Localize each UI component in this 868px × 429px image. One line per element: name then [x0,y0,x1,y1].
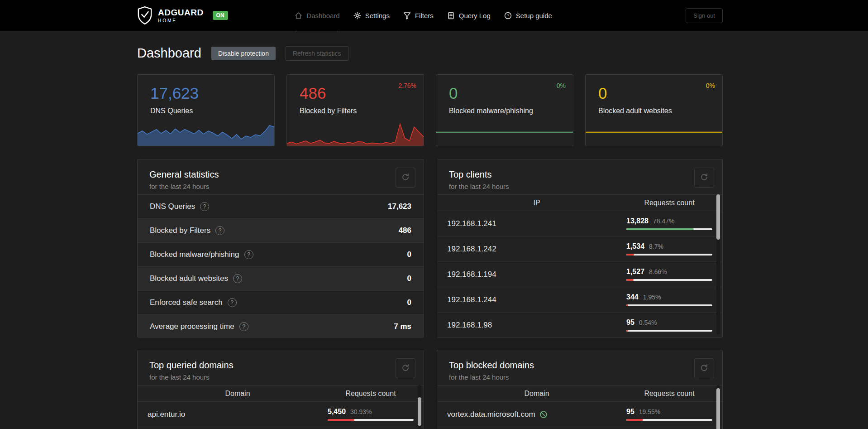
nav-item-settings[interactable]: Settings [353,0,390,31]
blocked-adult-sparkline [586,121,722,146]
count-value: 5,450 [328,408,346,416]
stat-value: 0 [407,298,411,307]
refresh-icon [401,364,410,373]
stat-label: Blocked by Filters? [150,226,224,235]
help-icon[interactable]: ? [239,322,248,331]
scrollbar-track[interactable] [418,385,421,429]
stat-value: 17,623 [388,202,411,211]
top-queried-header: Domain Requests count [138,385,424,402]
requests-count-cell: 3441.95% [626,293,712,306]
brand-title: ADGUARD [158,8,204,17]
blocked-malware-value: 0 [449,85,573,102]
column-header-requests: Requests count [626,199,712,207]
client-ip: 192.168.1.244 [447,295,496,304]
stat-row: DNS Queries?17,623 [138,194,424,218]
refresh-widget-button[interactable] [396,358,415,378]
nav-label: Settings [365,12,390,19]
dashboard-page: Dashboard Disable protection Refresh sta… [137,31,723,429]
top-blocked-title: Top blocked domains [449,360,711,371]
refresh-statistics-button[interactable]: Refresh statistics [286,46,348,61]
general-statistics-card: General statistics for the last 24 hours… [137,159,424,337]
top-clients-body: 192.168.1.24113,82878.47%192.168.1.2421,… [437,211,722,337]
refresh-widget-button[interactable] [694,168,714,188]
blocked-icon [539,410,548,419]
nav-label: Dashboard [306,12,339,19]
count-value: 1,534 [626,242,644,251]
blocked-malware-label: Blocked malware/phishing [449,107,573,115]
nav-label: Setup guide [516,12,552,19]
stat-label: Average processing time? [150,322,248,331]
count-percent: 8.7% [649,243,663,250]
requests-count-cell: 950.54% [626,318,712,332]
client-ip: 192.168.1.241 [447,219,496,228]
count-bar [626,279,712,281]
stat-row: Blocked by Filters?486 [138,218,424,242]
refresh-widget-button[interactable] [694,358,714,378]
help-icon[interactable]: ? [215,226,224,235]
help-icon: ? [504,12,512,19]
stat-value: 7 ms [394,322,411,331]
column-header-domain: Domain [148,390,328,398]
refresh-widget-button[interactable] [396,168,415,188]
top-clients-subtitle: for the last 24 hours [449,183,711,190]
table-row: 192.168.1.98950.54% [437,313,722,337]
nav-item-filters[interactable]: Filters [403,0,434,31]
top-blocked-subtitle: for the last 24 hours [449,373,711,381]
table-row: 192.168.1.1941,5278.66% [437,262,722,287]
blocked-filters-value: 486 [300,85,424,102]
client-ip: 192.168.1.194 [447,270,496,279]
scrollbar-thumb[interactable] [418,397,421,426]
nav-item-dashboard[interactable]: Dashboard [295,0,339,31]
table-row: 192.168.1.2443441.95% [437,287,722,313]
help-icon[interactable]: ? [244,250,253,259]
scrollbar-thumb[interactable] [716,388,720,429]
dns-queries-sparkline [138,121,274,146]
count-value: 13,828 [626,217,649,225]
count-bar [328,419,414,421]
stat-value: 486 [399,226,411,235]
top-blocked-header: Domain Requests count [437,385,722,402]
scrollbar-track[interactable] [716,194,720,334]
brand-subtitle: HOME [158,19,204,23]
table-row: 192.168.1.24113,82878.47% [437,211,722,236]
top-clients-header: IP Requests count [437,194,722,211]
navbar: ADGUARD HOME ON Dashboard [0,0,868,31]
scrollbar-track[interactable] [716,385,720,429]
shield-logo-icon [137,6,153,25]
nav-item-query-log[interactable]: Query Log [447,0,491,31]
column-header-domain: Domain [447,390,626,398]
help-icon[interactable]: ? [200,202,209,211]
disable-protection-button[interactable]: Disable protection [211,47,276,60]
count-bar [626,254,712,255]
count-value: 95 [626,318,634,327]
filter-icon [403,12,411,19]
widgets-row-1: General statistics for the last 24 hours… [137,159,723,337]
count-bar [626,419,712,421]
nav-label: Query Log [459,12,491,19]
column-header-ip: IP [447,199,626,207]
query-log-icon [447,12,455,19]
svg-text:?: ? [507,13,509,18]
protection-status-badge: ON [213,11,228,20]
main-nav: Dashboard Settings Filters [295,0,552,31]
adguard-home-logo[interactable]: ADGUARD HOME ON [137,6,228,25]
client-ip: 192.168.1.98 [447,321,492,330]
count-percent: 30.93% [350,408,372,415]
count-percent: 8.66% [649,268,667,275]
count-bar [626,304,712,306]
dashboard-icon [295,12,302,19]
general-statistics-subtitle: for the last 24 hours [149,183,413,190]
page-head: Dashboard Disable protection Refresh sta… [137,46,723,61]
nav-item-setup-guide[interactable]: ? Setup guide [504,0,552,31]
blocked-filters-link[interactable]: Blocked by Filters [300,107,424,115]
requests-count-cell: 9519.55% [626,408,712,421]
scrollbar-thumb[interactable] [716,194,720,240]
top-queried-subtitle: for the last 24 hours [149,373,413,381]
help-icon[interactable]: ? [233,274,242,283]
requests-count-cell: 5,45030.93% [328,408,414,421]
help-icon[interactable]: ? [228,298,237,307]
dns-queries-label: DNS Queries [150,107,274,115]
sign-out-button[interactable]: Sign out [686,8,723,23]
top-queried-domains-card: Top queried domains for the last 24 hour… [137,350,424,429]
top-queried-body: api.entur.io5,45030.93% [138,402,424,427]
